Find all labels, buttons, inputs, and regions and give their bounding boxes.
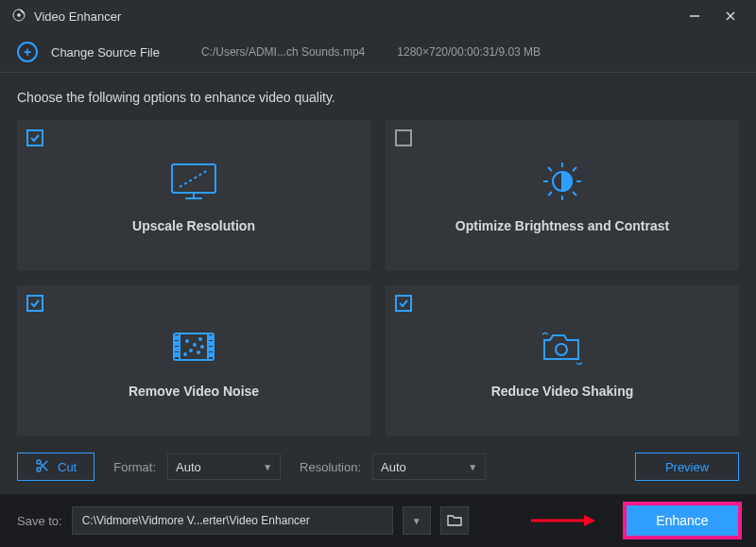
chevron-down-icon: ▼	[263, 462, 272, 472]
svg-point-30	[194, 344, 196, 346]
svg-line-17	[573, 167, 576, 171]
svg-rect-25	[209, 336, 213, 339]
svg-point-35	[201, 346, 203, 348]
svg-line-16	[548, 192, 552, 196]
checkbox-checked-icon[interactable]	[26, 129, 43, 146]
footer-bar: Save to: C:\Vidmore\Vidmore V...erter\Vi…	[0, 494, 756, 547]
option-label: Remove Video Noise	[129, 384, 259, 399]
preview-button[interactable]: Preview	[635, 453, 739, 481]
source-row: + Change Source File C:/Users/ADMI...ch …	[0, 32, 756, 73]
film-noise-icon	[170, 323, 217, 370]
controls-row: Cut Format: Auto ▼ Resolution: Auto ▼ Pr…	[0, 443, 756, 494]
svg-rect-23	[175, 348, 179, 350]
save-path-field[interactable]: C:\Vidmore\Vidmore V...erter\Video Enhan…	[72, 506, 393, 535]
svg-rect-21	[175, 336, 179, 339]
source-path: C:/Users/ADMI...ch Sounds.mp4	[201, 45, 365, 59]
svg-point-36	[556, 344, 567, 355]
preview-label: Preview	[665, 460, 709, 474]
folder-icon	[447, 513, 462, 529]
option-remove-noise[interactable]: Remove Video Noise	[17, 285, 370, 436]
app-icon	[11, 8, 26, 26]
save-path-dropdown[interactable]: ▼	[403, 506, 431, 535]
annotation-arrow-icon	[529, 513, 595, 528]
checkbox-checked-icon[interactable]	[395, 295, 412, 312]
format-value: Auto	[176, 460, 201, 474]
cut-label: Cut	[58, 460, 77, 474]
scissors-icon	[35, 458, 50, 476]
add-source-icon[interactable]: +	[17, 42, 38, 62]
enhance-button[interactable]: Enhance	[626, 504, 739, 537]
close-button[interactable]	[716, 2, 745, 30]
save-path-value: C:\Vidmore\Vidmore V...erter\Video Enhan…	[82, 514, 310, 527]
svg-marker-42	[584, 515, 595, 526]
svg-point-32	[190, 350, 192, 351]
minimize-button[interactable]	[680, 2, 709, 30]
option-upscale-resolution[interactable]: Upscale Resolution	[17, 120, 370, 270]
window-title: Video Enhancer	[34, 9, 121, 24]
save-to-label: Save to:	[17, 514, 62, 528]
option-label: Optimize Brightness and Contrast	[455, 218, 669, 233]
chevron-down-icon: ▼	[412, 516, 421, 526]
svg-point-1	[18, 13, 21, 16]
svg-point-31	[199, 338, 201, 340]
resolution-value: Auto	[381, 460, 406, 474]
enhance-label: Enhance	[656, 513, 708, 528]
svg-point-34	[184, 353, 186, 355]
options-grid: Upscale Resolution Optimize Brightness a…	[0, 111, 756, 443]
svg-rect-22	[175, 342, 179, 345]
format-select[interactable]: Auto ▼	[167, 453, 281, 480]
svg-line-14	[548, 167, 552, 171]
svg-line-15	[573, 192, 576, 196]
svg-rect-5	[172, 164, 215, 193]
checkbox-checked-icon[interactable]	[26, 295, 43, 312]
option-label: Upscale Resolution	[132, 218, 255, 233]
checkbox-unchecked-icon[interactable]	[395, 129, 412, 146]
resolution-label: Resolution:	[300, 460, 361, 474]
option-label: Reduce Video Shaking	[491, 384, 634, 399]
format-label: Format:	[113, 460, 156, 474]
svg-line-8	[180, 170, 208, 187]
camera-shake-icon	[537, 323, 588, 370]
instruction-text: Choose the following options to enhance …	[0, 73, 756, 111]
chevron-down-icon: ▼	[468, 462, 477, 472]
change-source-button[interactable]: Change Source File	[51, 45, 160, 60]
svg-point-33	[198, 351, 199, 353]
option-optimize-brightness[interactable]: Optimize Brightness and Contrast	[386, 120, 739, 270]
svg-rect-26	[209, 342, 213, 345]
browse-folder-button[interactable]	[440, 506, 469, 535]
svg-rect-24	[175, 353, 179, 356]
cut-button[interactable]: Cut	[17, 453, 94, 481]
brightness-icon	[540, 158, 585, 205]
resolution-select[interactable]: Auto ▼	[372, 453, 486, 480]
source-meta: 1280×720/00:00:31/9.03 MB	[397, 45, 541, 59]
option-reduce-shaking[interactable]: Reduce Video Shaking	[386, 285, 739, 436]
svg-point-29	[186, 340, 188, 342]
svg-rect-27	[209, 348, 213, 350]
title-bar: Video Enhancer	[0, 0, 756, 32]
svg-rect-28	[209, 353, 213, 356]
monitor-upscale-icon	[168, 158, 219, 205]
